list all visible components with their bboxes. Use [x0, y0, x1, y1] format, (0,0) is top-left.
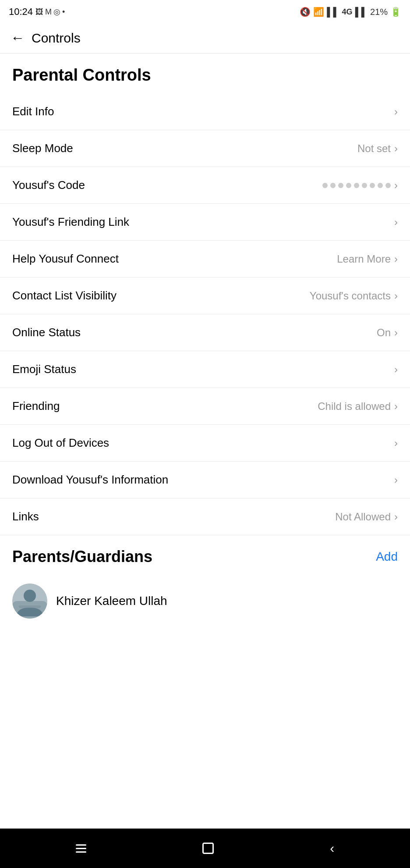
code-dot-3	[338, 183, 343, 188]
edit-info-label: Edit Info	[12, 105, 54, 118]
edit-info-chevron: ›	[394, 106, 398, 118]
help-connect-item[interactable]: Help Yousuf Connect Learn More ›	[0, 241, 410, 277]
bottom-nav: ‹	[0, 829, 410, 868]
log-out-devices-item[interactable]: Log Out of Devices ›	[0, 425, 410, 462]
signal2-icon: ▌▌	[355, 7, 368, 17]
menu-line-2	[76, 848, 86, 849]
online-status-right: On ›	[377, 327, 398, 339]
sleep-mode-item[interactable]: Sleep Mode Not set ›	[0, 130, 410, 167]
online-status-value: On	[377, 327, 391, 339]
yousuf-code-label: Yousuf's Code	[12, 178, 85, 192]
time-display: 10:24	[9, 6, 33, 18]
contact-visibility-chevron: ›	[394, 290, 398, 302]
yousuf-code-item[interactable]: Yousuf's Code ›	[0, 167, 410, 204]
friending-value: Child is allowed	[318, 400, 391, 413]
gmail-icon: M	[45, 7, 52, 17]
friending-link-right: ›	[394, 216, 398, 228]
download-info-label: Download Yousuf's Information	[12, 473, 168, 487]
wifi-icon: 📶	[313, 7, 324, 17]
friending-right: Child is allowed ›	[318, 400, 398, 413]
guardian-avatar	[12, 583, 47, 619]
nav-back-arrow-icon: ‹	[330, 841, 334, 856]
yousuf-code-chevron: ›	[394, 179, 398, 192]
emoji-status-right: ›	[394, 363, 398, 376]
contact-visibility-right: Yousuf's contacts ›	[310, 290, 398, 302]
nav-menu-button[interactable]	[76, 844, 86, 853]
emoji-status-item[interactable]: Emoji Status ›	[0, 351, 410, 388]
mute-icon: 🔇	[300, 7, 311, 17]
guardian-item[interactable]: Khizer Kaleem Ullah	[0, 575, 410, 627]
links-right: Not Allowed ›	[335, 511, 398, 523]
yousuf-code-right: ›	[322, 179, 398, 192]
code-dot-5	[354, 183, 359, 188]
friending-chevron: ›	[394, 400, 398, 413]
links-item[interactable]: Links Not Allowed ›	[0, 498, 410, 535]
guardian-name: Khizer Kaleem Ullah	[56, 594, 167, 608]
download-info-item[interactable]: Download Yousuf's Information ›	[0, 462, 410, 498]
signal-icon: ▌▌	[327, 7, 339, 17]
status-right-icons: 🔇 📶 ▌▌ 4G ▌▌ 21% 🔋	[300, 7, 401, 17]
battery-display: 21%	[370, 7, 388, 17]
friending-link-item[interactable]: Yousuf's Friending Link ›	[0, 204, 410, 241]
friending-label: Friending	[12, 399, 60, 413]
friending-link-chevron: ›	[394, 216, 398, 228]
instagram-icon: ◎	[53, 7, 60, 17]
parents-section-header: Parents/Guardians Add	[0, 535, 410, 575]
contact-visibility-item[interactable]: Contact List Visibility Yousuf's contact…	[0, 277, 410, 314]
sleep-mode-chevron: ›	[394, 142, 398, 155]
parents-section-title: Parents/Guardians	[12, 548, 152, 566]
links-label: Links	[12, 510, 39, 523]
friending-item[interactable]: Friending Child is allowed ›	[0, 388, 410, 425]
online-status-label: Online Status	[12, 326, 81, 339]
sleep-mode-label: Sleep Mode	[12, 142, 73, 155]
help-connect-label: Help Yousuf Connect	[12, 252, 119, 266]
code-dot-9	[385, 183, 391, 188]
menu-line-3	[76, 851, 86, 853]
log-out-devices-label: Log Out of Devices	[12, 436, 109, 450]
menu-line-1	[76, 844, 86, 846]
code-dot-2	[330, 183, 336, 188]
links-chevron: ›	[394, 511, 398, 523]
status-icons: 🖼 M ◎ •	[35, 7, 65, 17]
parental-controls-title: Parental Controls	[0, 53, 410, 93]
online-status-item[interactable]: Online Status On ›	[0, 314, 410, 351]
page-title: Controls	[32, 31, 81, 46]
edit-info-item[interactable]: Edit Info ›	[0, 93, 410, 130]
nav-home-button[interactable]	[202, 843, 214, 854]
status-time: 10:24 🖼 M ◎ •	[9, 6, 65, 18]
menu-lines-icon	[76, 844, 86, 853]
sleep-mode-value: Not set	[357, 142, 391, 155]
code-dot-6	[362, 183, 367, 188]
log-out-devices-right: ›	[394, 437, 398, 449]
online-status-chevron: ›	[394, 327, 398, 339]
code-dot-7	[370, 183, 375, 188]
links-value: Not Allowed	[335, 511, 391, 523]
contact-visibility-value: Yousuf's contacts	[310, 290, 391, 302]
download-info-chevron: ›	[394, 474, 398, 486]
photo-icon: 🖼	[35, 7, 43, 17]
help-connect-value: Learn More	[337, 253, 391, 265]
sleep-mode-right: Not set ›	[357, 142, 398, 155]
friending-link-label: Yousuf's Friending Link	[12, 215, 129, 229]
code-dots	[322, 183, 391, 188]
header: ← Controls	[0, 23, 410, 53]
main-content: Parental Controls Edit Info › Sleep Mode…	[0, 53, 410, 829]
svg-point-2	[24, 590, 36, 602]
lte-icon: 4G	[342, 7, 353, 17]
help-connect-chevron: ›	[394, 253, 398, 265]
add-guardian-button[interactable]: Add	[376, 550, 398, 564]
dot-icon: •	[62, 7, 65, 17]
battery-icon: 🔋	[390, 7, 401, 17]
log-out-devices-chevron: ›	[394, 437, 398, 449]
svg-rect-3	[19, 605, 41, 608]
back-button[interactable]: ←	[11, 30, 25, 46]
code-dot-4	[346, 183, 351, 188]
help-connect-right: Learn More ›	[337, 253, 398, 265]
code-dot-8	[378, 183, 383, 188]
code-dot-1	[322, 183, 328, 188]
download-info-right: ›	[394, 474, 398, 486]
nav-back-button[interactable]: ‹	[330, 841, 334, 856]
emoji-status-label: Emoji Status	[12, 363, 76, 376]
status-bar: 10:24 🖼 M ◎ • 🔇 📶 ▌▌ 4G ▌▌ 21% 🔋	[0, 0, 410, 23]
home-square-icon	[202, 843, 214, 854]
